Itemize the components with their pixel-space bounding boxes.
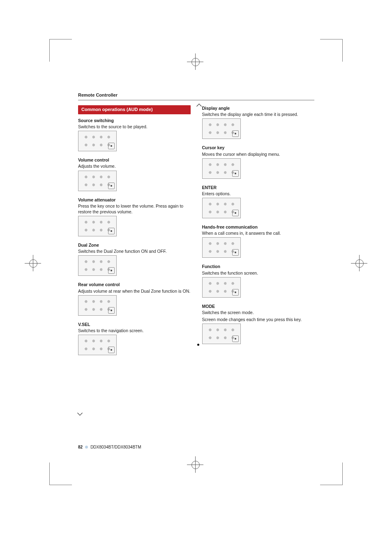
section-title: Volume control: [78, 157, 191, 163]
mode-heading: Common operations (AUD mode): [78, 105, 191, 114]
section-title: V.SEL: [78, 321, 191, 327]
section-header: Remote Controller: [78, 92, 314, 97]
remote-diagram: [202, 158, 241, 179]
crop-mark: [49, 39, 78, 68]
section-title: Volume attenuator: [78, 197, 191, 203]
section-body: Screen mode changes each time you press …: [202, 317, 315, 322]
registration-mark: [187, 53, 203, 70]
registration-mark: [351, 255, 367, 271]
section-body: Enters options.: [202, 191, 315, 197]
remote-diagram: [78, 216, 117, 236]
remote-diagram: [202, 277, 241, 298]
section-display-angle: Display angle Switches the display angle…: [202, 105, 315, 139]
crop-mark: [314, 456, 343, 485]
section-hands-free: Hands-free communication When a call com…: [202, 224, 315, 258]
section-body: Adjusts the volume.: [78, 163, 191, 169]
bullet-icon: [197, 344, 199, 346]
crop-mark: [49, 456, 78, 485]
section-vsel: V.SEL Switches to the navigation screen.: [78, 321, 191, 355]
section-title: Display angle: [202, 105, 315, 111]
page-content: Remote Controller Common operations (AUD…: [78, 92, 314, 361]
section-volume-control: Volume control Adjusts the volume.: [78, 157, 191, 191]
section-dual-zone: Dual Zone Switches the Dual Zone functio…: [78, 242, 191, 276]
section-source-switching: Source switching Switches to the source …: [78, 118, 191, 151]
remote-diagram: [202, 324, 241, 344]
right-column: Display angle Switches the display angle…: [202, 105, 315, 361]
section-title: Rear volume control: [78, 282, 191, 287]
section-title: Dual Zone: [78, 242, 191, 248]
footer-dot-icon: [85, 446, 88, 449]
section-rear-volume-control: Rear volume control Adjusts volume at re…: [78, 282, 191, 315]
section-body: Switches the screen mode.: [202, 310, 315, 315]
remote-diagram: [78, 295, 117, 316]
section-enter: ENTER Enters options.: [202, 185, 315, 218]
model-label: DDX8034BT/DDX8034BTM: [90, 445, 141, 449]
section-title: Cursor key: [202, 145, 315, 150]
section-body: Switches the Dual Zone function ON and O…: [78, 248, 191, 254]
remote-diagram: [78, 131, 117, 151]
remote-diagram: [202, 118, 241, 139]
remote-diagram: [78, 255, 117, 276]
section-cursor-key: Cursor key Moves the cursor when display…: [202, 145, 315, 178]
registration-mark: [187, 456, 203, 473]
section-title: Function: [202, 264, 315, 269]
registration-mark: [25, 255, 41, 271]
section-title: Hands-free communication: [202, 224, 315, 230]
section-body: Press the key once to lower the volume. …: [78, 203, 191, 215]
continuation-arrow-icon: [196, 104, 202, 109]
section-body: Adjusts volume at rear when the Dual Zon…: [78, 288, 191, 294]
section-volume-attenuator: Volume attenuator Press the key once to …: [78, 197, 191, 237]
section-title: Source switching: [78, 118, 191, 123]
section-function: Function Switches the function screen.: [202, 264, 315, 297]
two-column-layout: Common operations (AUD mode) Source swit…: [78, 105, 314, 361]
remote-diagram: [78, 171, 117, 191]
section-body: Switches to the navigation screen.: [78, 328, 191, 333]
section-body: Switches the display angle each time it …: [202, 111, 315, 117]
section-body: Moves the cursor when displaying menu.: [202, 151, 315, 157]
remote-diagram: [78, 335, 117, 355]
section-title: MODE: [202, 303, 315, 309]
section-title: ENTER: [202, 185, 315, 190]
section-body: When a call comes in, it answers the cal…: [202, 230, 315, 236]
remote-diagram: [202, 237, 241, 258]
section-mode: MODE Switches the screen mode. Screen mo…: [202, 303, 315, 345]
divider: [78, 100, 314, 100]
page-number: 82: [78, 445, 83, 449]
page-footer: 82 DDX8034BT/DDX8034BTM: [78, 445, 141, 449]
remote-diagram: [202, 198, 241, 218]
section-body: Switches the function screen.: [202, 270, 315, 276]
crop-mark: [314, 39, 343, 68]
section-body: Switches to the source to be played.: [78, 124, 191, 130]
left-column: Common operations (AUD mode) Source swit…: [78, 105, 191, 361]
continuation-arrow-icon: [77, 410, 83, 416]
